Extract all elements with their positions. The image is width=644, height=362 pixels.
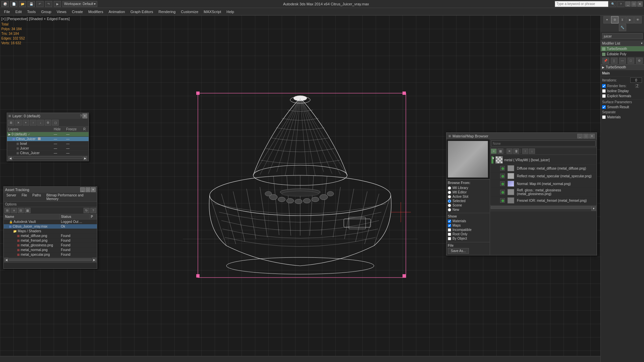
nav-param[interactable]: ⚙ [636, 58, 643, 64]
asset-menu-server[interactable]: Server [4, 193, 19, 201]
mb-radio-mtl-library[interactable]: Mtl Library [448, 186, 488, 190]
workspace-dropdown[interactable]: Workspace: Default ▾ [62, 1, 97, 7]
layer-hide-juicer[interactable]: — [52, 146, 65, 151]
mb-scroll-area[interactable]: ▼ [490, 205, 597, 212]
mb-tb-export[interactable]: ↓ [529, 148, 535, 154]
layer-panel-close[interactable]: ✕ [83, 114, 87, 118]
menu-modifiers[interactable]: Modifiers [86, 8, 106, 15]
nav-edge[interactable]: — [619, 58, 626, 64]
menu-views[interactable]: Views [54, 8, 69, 15]
layer-tb-move2[interactable]: ↓ [37, 120, 44, 126]
mb-tb-view1[interactable]: ≡ [491, 148, 497, 154]
nav-pin[interactable]: 📌 [602, 58, 609, 64]
layer-render-bowl[interactable] [82, 141, 89, 146]
layer-tb-props[interactable]: ⚙ [45, 120, 51, 126]
asset-menu-bitmap[interactable]: Bitmap Performance and Memory [44, 193, 97, 201]
menu-create[interactable]: Create [69, 8, 86, 15]
mb-show-incompatible[interactable]: Incompatible [448, 228, 488, 232]
layer-scrollbar[interactable]: ◀ ▶ [7, 156, 89, 161]
undo-btn[interactable]: ↶ [36, 1, 44, 7]
mb-close[interactable]: ✕ [589, 134, 595, 138]
mb-map-fresnel[interactable]: Fresnel IOR: metal_frensel (metal_frense… [491, 197, 596, 204]
asset-panel-maximize[interactable]: □ [86, 187, 90, 192]
iterations-input[interactable] [630, 77, 642, 83]
menu-edit[interactable]: Edit [13, 8, 24, 15]
search-input[interactable] [555, 1, 608, 7]
new-btn[interactable]: 📄 [10, 1, 17, 7]
asset-panel-minimize[interactable]: _ [80, 187, 85, 192]
materials-check[interactable] [602, 115, 606, 119]
mb-radio-selected[interactable]: Selected [448, 199, 488, 203]
rp-display-icon[interactable]: 👁 [634, 16, 642, 23]
scroll-right[interactable]: ▶ [83, 156, 87, 160]
modifier-list-dropdown[interactable]: ▾ [641, 42, 643, 45]
asset-row-vault[interactable]: 🔒 Autodesk Vault Logged Out ... [4, 220, 97, 224]
menu-graph-editors[interactable]: Graph Editors [128, 8, 156, 15]
asset-hscroll[interactable]: ◀ ▶ [4, 257, 97, 262]
render-iters-input[interactable] [635, 84, 639, 88]
mb-titlebar[interactable]: ⊞ Material/Map Browser _ □ ✕ [446, 133, 597, 139]
layer-hide-bowl[interactable]: — [52, 141, 65, 146]
layer-tb-delete[interactable]: ✕ [15, 120, 22, 126]
mb-radio-mtl-editor[interactable]: Mtl Editor [448, 190, 488, 194]
asset-tb-btn1[interactable]: ⊞ [4, 208, 10, 213]
rp-hierarchy-icon[interactable]: ⊻ [619, 16, 626, 23]
asset-panel-close[interactable]: ✕ [91, 187, 96, 192]
nav-vert[interactable]: | [611, 58, 618, 64]
layer-freeze-0[interactable]: — [65, 132, 82, 137]
rp-create-icon[interactable]: ✦ [603, 16, 611, 23]
menu-customize[interactable]: Customize [178, 8, 201, 15]
layer-render-juicer[interactable] [82, 146, 89, 151]
render-icon[interactable]: ▶ [54, 1, 61, 7]
turbsmooth-section-title[interactable]: ▶ TurboSmooth [601, 64, 644, 70]
mb-search-input[interactable] [491, 140, 596, 146]
mb-map-normal[interactable]: Normal: Map #4 (metal_normal.png) [491, 180, 596, 188]
mb-radio-scene[interactable]: Scene [448, 203, 488, 207]
asset-col-status[interactable]: Status [60, 214, 90, 220]
layer-row-0default[interactable]: ▶ 0 (default) ✓ — — [7, 132, 89, 137]
mb-map-diffuse[interactable]: Diffuse map: metal_diffuse (metal_diffus… [491, 165, 596, 172]
layer-freeze-citrus[interactable]: — [65, 137, 82, 141]
modifier-editpoly[interactable]: Editable Poly [601, 52, 644, 57]
rp-object-name-input[interactable] [602, 33, 643, 39]
menu-help[interactable]: Help [224, 8, 237, 15]
asset-tb-btn4[interactable]: ▦ [24, 208, 31, 213]
asset-row-glossiness[interactable]: ⊞ metal_glossiness.png Found [4, 243, 97, 248]
explicit-normals-check[interactable] [602, 94, 606, 98]
smooth-result-check[interactable] [602, 105, 606, 109]
isoline-check[interactable] [602, 89, 606, 93]
close-btn[interactable]: ✕ [637, 1, 643, 7]
layer-hide-citrus[interactable]: — [52, 137, 65, 141]
layer-row-citrus[interactable]: ⊞ Citrus_Juicer — — [7, 137, 89, 141]
layer-row-citrus2[interactable]: ⊞ Citrus_Juicer — — [7, 151, 89, 156]
mb-tb-delete[interactable]: 🗑 [513, 148, 519, 154]
mb-show-root-only[interactable]: Root Only [448, 232, 488, 236]
rp-modify-icon[interactable]: ⚙ [611, 16, 619, 23]
minimize-btn[interactable]: _ [625, 1, 631, 7]
mb-show-by-object[interactable]: By Object [448, 236, 488, 241]
asset-menu-file[interactable]: File [19, 193, 30, 201]
open-btn[interactable]: 📂 [19, 1, 26, 7]
asset-row-frensel[interactable]: ⊞ metal_frensel.png Found [4, 238, 97, 243]
layer-row-juicer[interactable]: ⊞ Juicer — — [7, 146, 89, 151]
menu-rendering[interactable]: Rendering [156, 8, 178, 15]
mb-scroll-down[interactable]: ▼ [591, 206, 596, 211]
render-iters-check[interactable] [602, 84, 606, 88]
asset-row-specular[interactable]: ⊞ metal_specular.png Found [4, 252, 97, 257]
asset-col-name[interactable]: Name [4, 214, 60, 220]
layer-tb-select[interactable]: ◻ [52, 120, 59, 126]
menu-animation[interactable]: Animation [106, 8, 128, 15]
layer-freeze-juicer[interactable]: — [65, 146, 82, 151]
help-icon[interactable]: ? [617, 1, 625, 7]
mb-vscroll[interactable] [491, 206, 591, 209]
menu-maxscript[interactable]: MAXScript [201, 8, 224, 15]
mb-show-maps[interactable]: Maps [448, 223, 488, 228]
layer-render-citrus[interactable] [82, 137, 89, 141]
mb-map-gloss[interactable]: Refl. gloss.: metal_glossiness (metal_gl… [491, 188, 596, 197]
redo-btn[interactable]: ↷ [45, 1, 52, 7]
layer-tb-icon1[interactable]: ⊞ [8, 120, 14, 126]
mb-show-materials[interactable]: Materials [448, 219, 488, 223]
layer-row-bowl[interactable]: ⊞ bowl — — [7, 141, 89, 146]
asset-row-diffuse[interactable]: ⊞ metal_diffuse.png Found [4, 234, 97, 238]
mb-minimize[interactable]: _ [577, 134, 583, 138]
